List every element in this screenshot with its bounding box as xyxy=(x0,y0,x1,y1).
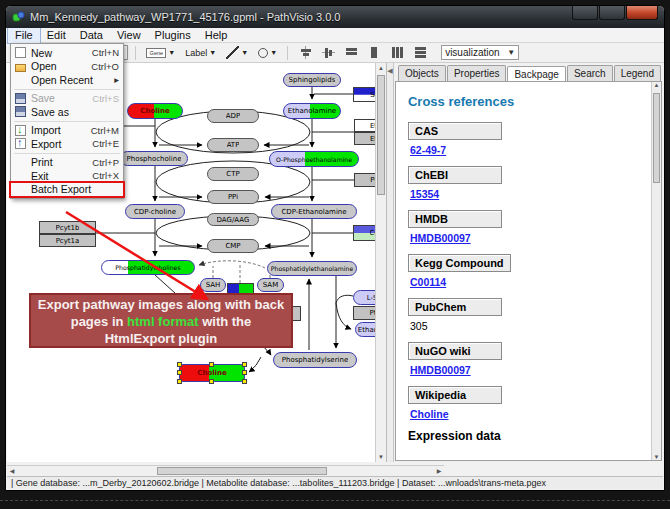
label-tool-button[interactable]: Label ▼ xyxy=(182,45,219,61)
backpage-section-value: 62-49-7 xyxy=(410,144,661,156)
menu-help[interactable]: Help xyxy=(198,28,235,43)
maximize-button[interactable] xyxy=(599,6,625,20)
backpage-panel: Cross references CAS62-49-7ChEBI15354HMD… xyxy=(395,81,662,461)
file-menu-item-open-recent[interactable]: Open Recent▸ xyxy=(11,73,123,87)
common-width-button[interactable] xyxy=(345,46,358,59)
pathway-node-sphingolipids[interactable]: Sphingolipids xyxy=(283,73,341,87)
canvas-vertical-scrollbar[interactable]: ▲ ▼ xyxy=(375,63,386,462)
scrollbar-thumb[interactable] xyxy=(377,75,385,195)
pathway-node-ctp[interactable]: CTP xyxy=(207,167,259,181)
tab-backpage[interactable]: Backpage xyxy=(507,66,565,82)
pathway-node-phosphatidylcholines[interactable]: Phosphatidylcholines xyxy=(101,260,195,275)
file-menu-item-open[interactable]: OpenCtrl+O xyxy=(11,60,123,74)
datanode-tool-button[interactable]: Gene ▼ xyxy=(143,45,178,61)
selection-handle[interactable] xyxy=(177,362,182,367)
distribute-horizontal-button[interactable] xyxy=(391,46,404,59)
menu-item-label: Import xyxy=(31,124,91,136)
file-menu-item-exit[interactable]: ExitCtrl+X xyxy=(11,169,123,183)
file-menu-item-import[interactable]: ImportCtrl+M xyxy=(11,124,123,138)
annotation-callout: Export pathway images along with back pa… xyxy=(29,293,293,348)
pathway-node-choline[interactable]: Choline xyxy=(127,103,183,119)
file-menu-item-print[interactable]: PrintCtrl+P xyxy=(11,156,123,170)
crossref-link[interactable]: Choline xyxy=(410,408,449,420)
align-center-horizontal-button[interactable] xyxy=(299,46,312,59)
pathway-node-phosphocholine[interactable]: Phosphocholine xyxy=(120,151,188,166)
menu-plugins[interactable]: Plugins xyxy=(148,28,198,43)
menu-edit[interactable]: Edit xyxy=(40,28,73,43)
common-height-button[interactable] xyxy=(368,46,381,59)
menu-shortcut: Ctrl+O xyxy=(91,61,119,72)
file-menu-item-new[interactable]: NewCtrl+N xyxy=(11,46,123,60)
selection-handle[interactable] xyxy=(209,379,214,384)
pathway-node-atp[interactable]: ATP xyxy=(207,138,259,152)
close-button[interactable] xyxy=(626,6,658,20)
visualization-combobox[interactable]: visualization▼ xyxy=(441,45,519,60)
menu-item-label: Save xyxy=(31,92,92,104)
align-center-vertical-button[interactable] xyxy=(322,46,335,59)
line-tool-button[interactable]: ▼ xyxy=(223,45,251,61)
crossref-link[interactable]: HMDB00097 xyxy=(410,364,471,376)
pathway-node-sah[interactable]: SAH xyxy=(200,278,226,292)
selection-handle[interactable] xyxy=(177,370,182,375)
file-menu-item-save[interactable]: SaveCtrl+S xyxy=(11,92,123,106)
pathway-node-sam[interactable]: SAM xyxy=(257,278,284,292)
scroll-right-icon[interactable]: ▶ xyxy=(434,466,444,476)
tab-properties[interactable]: Properties xyxy=(447,65,507,81)
pathway-node-phosphatidylserine[interactable]: Phosphatidylserine xyxy=(273,352,357,368)
canvas-horizontal-scrollbar[interactable]: ◀ ▶ xyxy=(7,465,444,476)
minimize-button[interactable] xyxy=(572,6,598,20)
backpage-section-value: 15354 xyxy=(410,188,661,200)
pathway-node-ppi[interactable]: PPi xyxy=(207,190,259,204)
menu-separator xyxy=(14,153,120,154)
selection-handle[interactable] xyxy=(209,362,214,367)
panel-vertical-scrollbar[interactable]: ▲ ▼ xyxy=(651,82,661,460)
pathway-node-adp[interactable]: ADP xyxy=(207,109,259,123)
file-menu-item-export[interactable]: ExportCtrl+E xyxy=(11,137,123,151)
backpage-heading: Cross references xyxy=(408,94,661,109)
tab-legend[interactable]: Legend xyxy=(614,65,661,81)
menu-view[interactable]: View xyxy=(110,28,148,43)
crossref-link[interactable]: 15354 xyxy=(410,188,439,200)
menu-icon-spacer xyxy=(15,184,26,195)
pathway-node-pcyt1a[interactable]: Pcyt1a xyxy=(39,234,96,247)
pathway-node-cdp-ethanolamine[interactable]: CDP-Ethanolamine xyxy=(271,204,357,219)
selection-handle[interactable] xyxy=(242,370,247,375)
backpage-section: ChEBI15354 xyxy=(408,165,661,200)
tab-objects[interactable]: Objects xyxy=(398,65,446,81)
pathway-node-pcyt1b[interactable]: Pcyt1b xyxy=(39,221,96,234)
pathway-node-ethanolamine[interactable]: Ethanolamine xyxy=(283,103,341,119)
menu-shortcut: Ctrl+N xyxy=(92,47,119,58)
distribute-vertical-button[interactable] xyxy=(414,46,427,59)
file-menu-item-save-as[interactable]: Save as xyxy=(11,105,123,119)
splitpane-divider[interactable]: ◀ xyxy=(387,63,394,462)
backpage-section: WikipediaCholine xyxy=(408,385,661,420)
scroll-left-icon[interactable]: ◀ xyxy=(7,466,17,476)
pathway-node-dag-aag[interactable]: DAG/AAG xyxy=(207,213,259,226)
scrollbar-thumb[interactable] xyxy=(157,467,327,475)
pathway-node-cdp-choline[interactable]: CDP-choline xyxy=(125,204,185,219)
chevron-down-icon: ▼ xyxy=(209,49,216,56)
scroll-up-icon[interactable]: ▲ xyxy=(376,63,386,73)
expression-data-heading: Expression data xyxy=(408,429,661,443)
scroll-down-icon[interactable]: ▼ xyxy=(376,452,386,462)
selection-handle[interactable] xyxy=(177,379,182,384)
pathway-node-o-phosphoethanolamine[interactable]: O-Phosphoethanolamine xyxy=(269,151,359,167)
tab-search[interactable]: Search xyxy=(567,65,613,81)
menu-file[interactable]: File xyxy=(8,28,40,43)
crossref-link[interactable]: C00114 xyxy=(410,276,446,288)
file-menu-item-batch-export[interactable]: Batch Export xyxy=(11,183,123,197)
pathway-node-choline[interactable]: Choline xyxy=(179,364,245,382)
scroll-down-icon[interactable]: ▼ xyxy=(652,454,661,460)
selection-handle[interactable] xyxy=(242,379,247,384)
menu-data[interactable]: Data xyxy=(73,28,110,43)
pathway-node-phosphatidylethanolamine[interactable]: Phosphatidylethanolamine xyxy=(267,261,357,276)
selection-handle[interactable] xyxy=(242,362,247,367)
shape-tool-button[interactable]: ▼ xyxy=(255,45,280,61)
title-bar[interactable]: Mm_Kennedy_pathway_WP1771_45176.gpml - P… xyxy=(6,6,664,28)
scrollbar-thumb[interactable] xyxy=(653,93,660,183)
crossref-link[interactable]: 62-49-7 xyxy=(410,144,446,156)
side-panel-tabs: ObjectsPropertiesBackpageSearchLegend xyxy=(394,63,663,81)
crossref-link[interactable]: HMDB00097 xyxy=(410,232,471,244)
pathway-node-cmp[interactable]: CMP xyxy=(207,239,259,253)
scroll-up-icon[interactable]: ▲ xyxy=(652,82,661,88)
